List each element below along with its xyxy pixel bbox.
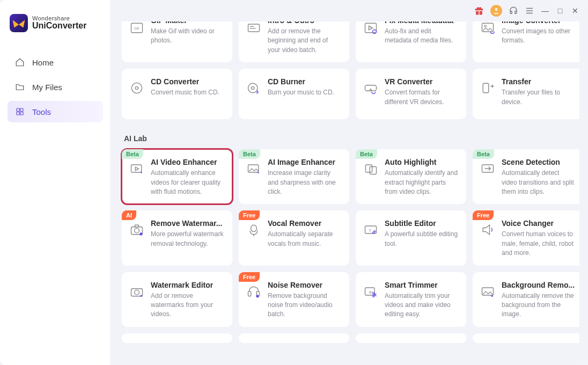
card-voice-changer[interactable]: Free Voice Changer Convert human voices … [473,210,579,265]
avatar-icon[interactable] [490,5,502,17]
card-desc: Transfer your files to device. [502,88,576,107]
maximize-button[interactable]: □ [556,6,564,15]
ai-row-3: Watermark Editor Add or remove watermark… [114,272,579,327]
card-title: AI Image Enhancer [268,158,342,166]
sidebar-item-home[interactable]: Home [8,52,103,73]
card-subtitle-editor[interactable]: T Subtitle Editor A powerful subtitle ed… [356,210,466,265]
svg-rect-1 [20,108,23,111]
card-desc: Automatically detect video transitions a… [502,169,576,196]
card-vr-converter[interactable]: VR Converter Convert formats for differe… [356,69,466,119]
svg-point-12 [484,25,487,27]
card-peek[interactable] [122,333,232,343]
ai-row-4-peek [114,333,579,343]
close-button[interactable]: ✕ [571,6,579,15]
watermark-icon [129,284,144,299]
card-desc: Make Gif with video or photos. [151,27,225,46]
svg-point-36 [256,295,259,297]
subtitle-icon: T [363,222,378,237]
card-desc: A powerful subtitle editing tool. [385,230,459,249]
folder-icon [15,82,25,92]
titlebar: — □ ✕ [110,0,588,21]
card-gif-maker[interactable]: GIF GIF Maker Make Gif with video or pho… [122,21,232,62]
card-remove-watermark[interactable]: AI Remove Watermar... More powerful wate… [122,210,232,265]
card-title: Remove Watermar... [151,219,225,228]
section-title-ai-lab: AI Lab [114,119,579,149]
svg-rect-27 [135,225,139,228]
card-scene-detection[interactable]: Beta Scene Detection Automatically detec… [473,149,579,204]
gift-icon[interactable] [474,6,484,16]
card-desc: Add or remove watermarks from your video… [151,291,225,319]
card-title: VR Converter [385,77,459,86]
card-desc: Convert music from CD. [151,88,219,97]
card-desc: Convert human voices to male, female, ch… [502,230,576,258]
bgremove-icon [480,284,495,299]
card-ai-image-enhancer[interactable]: Beta AI Image Enhancer Increase image cl… [239,149,349,204]
card-fix-metadata[interactable]: Fix Media Metadata Auto-fix and edit met… [356,21,466,62]
card-transfer[interactable]: Transfer Transfer your files to device. [473,69,579,119]
card-title: GIF Maker [151,21,225,25]
vocal-icon [246,222,261,237]
headset-icon[interactable] [509,6,518,16]
beta-badge: Beta [473,149,494,159]
card-title: Noise Remover [268,281,342,289]
card-peek[interactable] [473,333,579,343]
card-vocal-remover[interactable]: Free Vocal Remover Automatically separat… [239,210,349,265]
sidebar-item-label: Home [32,58,54,67]
card-title: Transfer [502,77,576,86]
beta-badge: Beta [356,149,377,159]
svg-point-28 [139,233,142,236]
card-title: Fix Media Metadata [385,21,459,25]
brand-logo: Wondershare UniConverter [8,11,103,40]
camera-icon [129,222,144,237]
card-image-converter[interactable]: Image Converter Convert images to other … [473,21,579,62]
card-desc: Remove background noise from video/audio… [268,291,342,319]
svg-rect-8 [365,23,377,33]
cd-convert-icon [129,81,144,96]
metadata-icon [363,21,378,35]
beta-badge: Beta [122,149,143,159]
beta-badge: Beta [239,149,260,159]
svg-rect-34 [248,291,251,296]
vr-icon [363,81,378,96]
trimmer-icon: AI [363,284,378,299]
menu-icon[interactable] [525,6,534,16]
minimize-button[interactable]: — [541,6,549,15]
svg-rect-2 [17,112,19,115]
image-convert-icon [480,21,495,35]
card-desc: Convert formats for different VR devices… [385,88,459,107]
card-title: Auto Highlight [385,158,459,166]
sidebar-item-myfiles[interactable]: My Files [8,76,103,98]
card-title: Subtitle Editor [385,219,459,228]
svg-marker-9 [369,26,373,30]
card-noise-remover[interactable]: Free Noise Remover Remove background noi… [239,272,349,327]
card-title: Scene Detection [502,158,576,166]
tool-row-2: CD Converter Convert music from CD. CD B… [114,69,579,119]
svg-point-4 [495,8,498,11]
card-watermark-editor[interactable]: Watermark Editor Add or remove watermark… [122,272,232,327]
card-cd-converter[interactable]: CD Converter Convert music from CD. [122,69,232,119]
card-ai-video-enhancer[interactable]: Beta AI Video Enhancer Automatically enh… [122,149,232,204]
card-desc: Automatically separate vocals from music… [268,230,342,249]
transfer-icon [480,81,495,96]
card-title: Watermark Editor [151,281,225,289]
svg-rect-41 [482,288,494,295]
card-smart-trimmer[interactable]: AI Smart Trimmer Automatically trim your… [356,272,466,327]
card-peek[interactable] [356,333,466,343]
sidebar-item-tools[interactable]: Tools [8,101,103,122]
intro-icon [246,21,261,35]
card-peek[interactable] [239,333,349,343]
svg-point-33 [135,290,139,295]
card-intro-outro[interactable]: Intro & Outro Add or remove the beginnin… [239,21,349,62]
card-desc: Add or remove the beginning and end of y… [268,27,342,55]
svg-point-15 [248,83,258,93]
svg-rect-29 [251,225,257,232]
card-background-remover[interactable]: Background Remo... Automatically remove … [473,272,579,327]
card-desc: Burn your music to CD. [268,88,334,97]
card-cd-burner[interactable]: CD Burner Burn your music to CD. [239,69,349,119]
card-title: AI Video Enhancer [151,158,225,166]
tool-row-top: GIF GIF Maker Make Gif with video or pho… [114,21,579,62]
card-auto-highlight[interactable]: Beta Auto Highlight Automatically identi… [356,149,466,204]
svg-text:AI: AI [369,290,373,294]
scroll-area[interactable]: GIF GIF Maker Make Gif with video or pho… [110,21,579,360]
svg-point-26 [135,229,139,233]
